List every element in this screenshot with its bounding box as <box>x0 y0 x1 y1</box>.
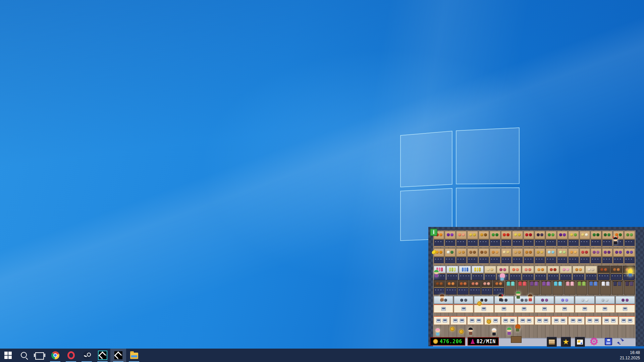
info-button[interactable]: i <box>430 229 437 236</box>
settings-button[interactable]: ⚙ <box>589 337 599 346</box>
shelf-unit-baguettes[interactable] <box>456 248 467 264</box>
clothes-rack-suits-dark[interactable] <box>624 280 635 295</box>
search-button[interactable] <box>16 349 32 362</box>
shelf-unit-pears[interactable] <box>467 231 478 247</box>
register-table[interactable] <box>518 316 534 325</box>
chrome-button[interactable] <box>47 349 63 362</box>
checkout-loafers-case[interactable] <box>454 296 473 313</box>
fridge-unit-drinks-blue[interactable] <box>459 266 471 279</box>
shelf-unit-broccoli[interactable] <box>591 231 601 247</box>
clothes-rack-outfits-green[interactable] <box>576 280 587 295</box>
shelf-unit-blackberries[interactable] <box>535 231 545 247</box>
shelf-unit-jars-violet[interactable] <box>613 248 624 264</box>
shelf-unit-jars-grape[interactable] <box>624 248 635 264</box>
shelf-unit-potatoes[interactable] <box>467 248 478 264</box>
shelf-unit-cake-plates[interactable] <box>585 266 597 279</box>
checkout-headphones-case[interactable] <box>555 296 574 313</box>
register-table[interactable] <box>551 316 568 325</box>
register-table[interactable] <box>535 316 551 325</box>
register-table[interactable] <box>501 316 517 325</box>
shelf-unit-cookie-plates[interactable] <box>560 266 572 279</box>
clothes-rack-shirts-teal[interactable] <box>505 280 516 295</box>
gamemaker-teal-icon <box>99 351 107 359</box>
clothes-rack-suits-white[interactable] <box>600 280 611 295</box>
shelf-unit-jam-orange[interactable] <box>568 248 579 264</box>
shelf-unit-tomatoes[interactable] <box>501 231 512 247</box>
steam-button[interactable] <box>79 349 95 362</box>
shelf-unit-jam-plum[interactable] <box>591 248 601 264</box>
shelf-unit-soda-lime[interactable] <box>557 248 568 264</box>
fridge-unit-drinks-yellow[interactable] <box>472 266 484 279</box>
shelf-unit-roasts[interactable] <box>434 280 445 295</box>
shelf-unit-grapes[interactable] <box>445 231 455 247</box>
clothes-rack-shirts-pink[interactable] <box>564 280 575 295</box>
register-table[interactable] <box>585 316 601 325</box>
checkout-orbs-case[interactable] <box>575 296 594 313</box>
shelf-unit-pineapples[interactable] <box>479 231 489 247</box>
shelf-unit-wings[interactable] <box>458 280 469 295</box>
clothes-rack-shirts-cyan[interactable] <box>552 280 564 295</box>
gamemaker-teal-button[interactable] <box>95 349 110 362</box>
clothes-rack-coats-violet[interactable] <box>541 280 552 295</box>
shelf-unit-buns[interactable] <box>490 248 500 264</box>
shelf-unit-leeks[interactable] <box>445 248 455 264</box>
start-button[interactable] <box>0 349 16 362</box>
checkout-boots-case[interactable] <box>474 296 493 313</box>
register-table[interactable] <box>434 316 450 325</box>
task-view-button[interactable] <box>32 349 47 362</box>
map-button[interactable] <box>575 337 585 347</box>
shelf-unit-peaches[interactable] <box>456 231 467 247</box>
shelf-unit-croissants[interactable] <box>524 248 534 264</box>
checkout-caps-case[interactable] <box>494 296 514 313</box>
shelf-unit-pizza-plates[interactable] <box>535 266 547 279</box>
shelf-unit-watermelons[interactable] <box>490 231 500 247</box>
shelf-unit-herbs[interactable] <box>602 231 612 247</box>
shelf-unit-steak-plates[interactable] <box>547 266 559 279</box>
register-table[interactable] <box>619 316 635 325</box>
shelf-unit-eggplants[interactable] <box>557 231 568 247</box>
shelf-unit-cured-ham[interactable] <box>481 280 492 295</box>
register-table[interactable] <box>467 316 483 325</box>
file-explorer-button[interactable] <box>126 349 142 362</box>
shelf-unit-donuts[interactable] <box>535 248 545 264</box>
shelf-unit-asparagus[interactable] <box>624 231 635 247</box>
checkout-purple-cabinet[interactable] <box>615 296 635 313</box>
gamemaker-button[interactable] <box>110 349 126 362</box>
shelf-unit-chicken[interactable] <box>445 280 457 295</box>
shelf-unit-fish[interactable] <box>469 280 480 295</box>
shelf-unit-salmon-plates[interactable] <box>509 266 522 279</box>
register-table[interactable] <box>450 316 467 325</box>
shelf-unit-cucumbers[interactable] <box>546 231 556 247</box>
register-table[interactable] <box>602 316 618 325</box>
shelf-unit-corn[interactable] <box>568 231 579 247</box>
storage-button[interactable] <box>547 337 557 347</box>
opera-button[interactable] <box>63 349 79 362</box>
shelf-unit-pretzels[interactable] <box>479 248 489 264</box>
clothes-rack-suits-navy[interactable] <box>612 280 623 295</box>
shelf-unit-jars-purple[interactable] <box>602 248 612 264</box>
fridge-unit-drinks-lime[interactable] <box>446 266 459 279</box>
sync-button[interactable] <box>616 337 625 346</box>
game-window[interactable]: i 476.206 82/MIN ★⚙ <box>428 227 644 346</box>
shelf-unit-poultry-hooks[interactable] <box>610 266 623 279</box>
shelf-unit-rolls[interactable] <box>512 248 523 264</box>
shelf-unit-jam-red[interactable] <box>580 248 590 264</box>
shelf-unit-pie-plates[interactable] <box>573 266 585 279</box>
clothes-rack-sweaters-purple[interactable] <box>529 280 540 295</box>
checkout-silver-balls-case[interactable] <box>595 296 615 313</box>
taskbar-clock[interactable]: 16:48 21.12.2025 <box>616 349 644 362</box>
shelf-unit-pastry-plates[interactable] <box>484 266 496 279</box>
save-button[interactable] <box>604 337 613 346</box>
shelf-unit-smoked-fish[interactable] <box>493 280 504 295</box>
shelf-unit-soda-blue[interactable] <box>546 248 556 264</box>
shelf-unit-ham-plates[interactable] <box>522 266 534 279</box>
shelf-unit-cherries[interactable] <box>524 231 534 247</box>
shelf-unit-sausage-hooks[interactable] <box>598 266 610 279</box>
shelf-unit-turnips[interactable] <box>580 231 590 247</box>
checkout-purple-mitts-case[interactable] <box>535 296 554 313</box>
shelf-unit-butter[interactable] <box>501 248 512 264</box>
shelf-unit-golden-apples[interactable] <box>512 231 523 247</box>
star-button[interactable]: ★ <box>561 337 571 347</box>
register-table[interactable] <box>568 316 584 325</box>
clothes-rack-outfits-blue[interactable] <box>588 280 599 295</box>
